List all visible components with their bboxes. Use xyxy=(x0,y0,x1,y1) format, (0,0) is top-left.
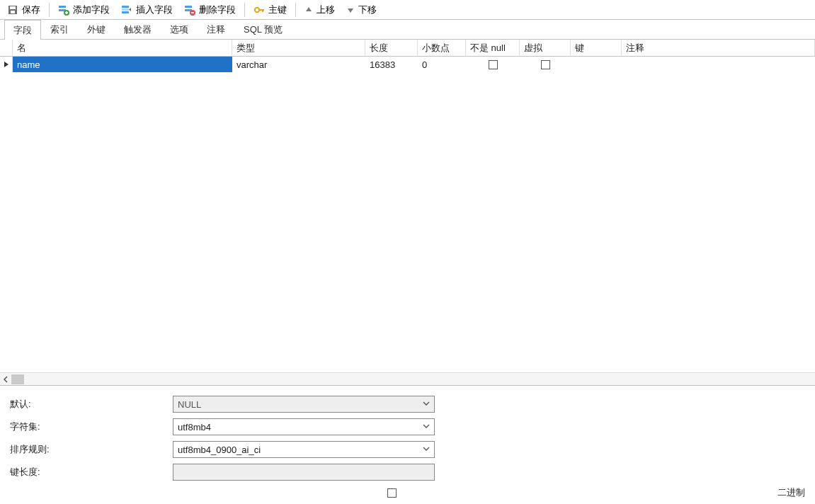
toolbar: 保存 添加字段 插入字段 删除字段 主键 上移 下移 xyxy=(0,0,815,20)
tab-comment[interactable]: 注释 xyxy=(198,19,234,39)
checkbox-icon[interactable] xyxy=(541,60,550,69)
collation-value: utf8mb4_0900_ai_ci xyxy=(178,445,261,455)
tab-indexes[interactable]: 索引 xyxy=(41,19,78,39)
delete-field-icon xyxy=(184,4,195,16)
key-icon xyxy=(253,4,265,16)
separator xyxy=(295,3,296,17)
grid-row[interactable]: name varchar 16383 0 xyxy=(0,57,815,72)
save-icon xyxy=(7,4,18,16)
svg-rect-8 xyxy=(122,6,129,8)
chevron-down-icon xyxy=(423,422,430,430)
key-length-input[interactable] xyxy=(173,464,435,481)
col-header-comment[interactable]: 注释 xyxy=(622,40,815,56)
col-header-name[interactable]: 名 xyxy=(13,40,232,56)
save-button[interactable]: 保存 xyxy=(1,1,46,19)
row-header-corner xyxy=(0,40,13,56)
grid-body[interactable]: name varchar 16383 0 xyxy=(0,57,815,372)
collation-label: 排序规则: xyxy=(10,443,173,456)
svg-rect-9 xyxy=(122,11,129,13)
insert-field-label: 插入字段 xyxy=(136,4,173,16)
save-label: 保存 xyxy=(22,4,40,16)
default-select[interactable]: NULL xyxy=(173,396,435,413)
primary-key-label: 主键 xyxy=(268,4,287,16)
tab-options[interactable]: 选项 xyxy=(161,19,198,39)
col-header-length[interactable]: 长度 xyxy=(365,40,418,56)
charset-value: utf8mb4 xyxy=(178,422,211,433)
svg-rect-14 xyxy=(191,12,194,13)
cell-decimals[interactable]: 0 xyxy=(418,57,466,72)
separator xyxy=(244,3,245,17)
svg-rect-17 xyxy=(262,9,263,12)
cell-name[interactable]: name xyxy=(13,57,232,72)
cell-length[interactable]: 16383 xyxy=(365,57,418,72)
cell-type[interactable]: varchar xyxy=(232,57,365,72)
arrow-up-icon xyxy=(304,6,313,14)
delete-field-button[interactable]: 删除字段 xyxy=(178,1,241,19)
move-up-label: 上移 xyxy=(317,4,335,16)
svg-rect-7 xyxy=(66,11,67,14)
col-header-key[interactable]: 键 xyxy=(571,40,622,56)
chevron-down-icon xyxy=(423,399,430,408)
cell-key[interactable] xyxy=(571,57,622,72)
cell-virtual[interactable] xyxy=(520,57,571,72)
grid-header: 名 类型 长度 小数点 不是 null 虚拟 键 注释 xyxy=(0,40,815,57)
cell-not-null[interactable] xyxy=(466,57,520,72)
current-row-icon xyxy=(4,61,9,68)
collation-select[interactable]: utf8mb4_0900_ai_ci xyxy=(173,441,435,458)
scroll-left-icon[interactable] xyxy=(0,374,11,385)
key-length-label: 键长度: xyxy=(10,466,173,479)
add-field-label: 添加字段 xyxy=(73,4,110,16)
row-indicator xyxy=(0,57,13,72)
properties-panel: 默认: NULL 字符集: utf8mb4 排序规则: utf8mb4_0900… xyxy=(0,385,815,502)
col-header-type[interactable]: 类型 xyxy=(232,40,365,56)
chevron-down-icon xyxy=(423,445,430,453)
col-header-not-null[interactable]: 不是 null xyxy=(466,40,520,56)
binary-checkbox[interactable] xyxy=(387,488,397,498)
svg-rect-2 xyxy=(11,11,15,13)
insert-field-button[interactable]: 插入字段 xyxy=(115,1,178,19)
tab-sql-preview[interactable]: SQL 预览 xyxy=(234,19,292,39)
scroll-thumb[interactable] xyxy=(11,374,24,384)
svg-rect-11 xyxy=(185,6,192,8)
horizontal-scrollbar[interactable] xyxy=(0,372,815,385)
add-field-button[interactable]: 添加字段 xyxy=(52,1,115,19)
col-header-virtual[interactable]: 虚拟 xyxy=(520,40,571,56)
svg-rect-10 xyxy=(122,8,129,11)
tab-foreign-keys[interactable]: 外键 xyxy=(78,19,115,39)
primary-key-button[interactable]: 主键 xyxy=(248,1,292,19)
move-down-button[interactable]: 下移 xyxy=(341,1,382,19)
move-up-button[interactable]: 上移 xyxy=(299,1,341,19)
binary-label: 二进制 xyxy=(777,486,805,499)
tab-fields[interactable]: 字段 xyxy=(4,20,41,40)
svg-rect-3 xyxy=(59,6,66,8)
checkbox-icon[interactable] xyxy=(489,60,498,69)
arrow-down-icon xyxy=(346,6,355,14)
tab-bar: 字段 索引 外键 触发器 选项 注释 SQL 预览 xyxy=(0,20,815,40)
cell-comment[interactable] xyxy=(622,57,815,72)
charset-label: 字符集: xyxy=(10,420,173,433)
default-label: 默认: xyxy=(10,398,173,411)
insert-field-icon xyxy=(121,4,132,16)
charset-select[interactable]: utf8mb4 xyxy=(173,418,435,435)
svg-rect-1 xyxy=(10,6,16,9)
separator xyxy=(49,3,50,17)
col-header-decimals[interactable]: 小数点 xyxy=(418,40,466,56)
delete-field-label: 删除字段 xyxy=(199,4,236,16)
add-field-icon xyxy=(58,4,69,16)
default-value: NULL xyxy=(178,399,201,410)
tab-triggers[interactable]: 触发器 xyxy=(115,19,161,39)
move-down-label: 下移 xyxy=(358,4,377,16)
